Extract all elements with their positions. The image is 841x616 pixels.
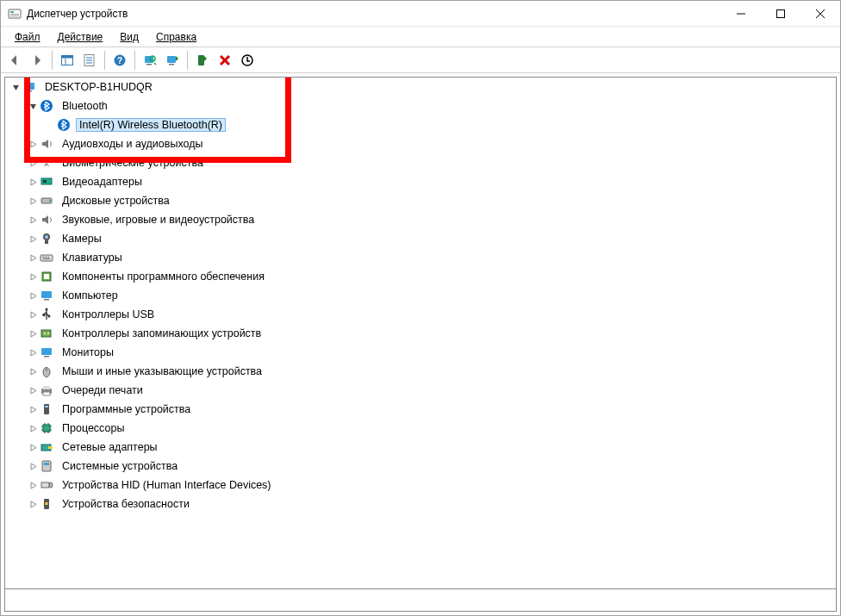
chevron-right-icon[interactable] xyxy=(26,156,40,170)
chevron-right-icon[interactable] xyxy=(26,345,40,359)
mouse-icon xyxy=(40,364,53,378)
tree-item-hid[interactable]: Устройства HID (Human Interface Devices) xyxy=(9,476,836,495)
tree-item-print-queue[interactable]: Очереди печати xyxy=(9,381,836,400)
tree-item-label: Программные устройства xyxy=(59,402,194,416)
tree-item-label: Звуковые, игровые и видеоустройства xyxy=(59,213,258,227)
close-button[interactable] xyxy=(801,1,840,26)
tree-item-software[interactable]: Компоненты программного обеспечения xyxy=(9,267,836,286)
show-hide-console-button[interactable] xyxy=(57,50,78,71)
tree-item-camera[interactable]: Камеры xyxy=(9,229,836,248)
chevron-right-icon[interactable] xyxy=(26,308,40,321)
chevron-right-icon[interactable] xyxy=(26,383,40,397)
svg-rect-46 xyxy=(43,314,46,316)
svg-rect-60 xyxy=(43,425,50,432)
chevron-right-icon[interactable] xyxy=(26,421,40,435)
cpu-icon xyxy=(40,421,53,435)
svg-rect-58 xyxy=(44,404,49,414)
svg-point-50 xyxy=(47,333,49,334)
properties-button[interactable] xyxy=(79,50,100,71)
scan-hardware-button[interactable] xyxy=(140,50,160,71)
tree-item-label: Клавиатуры xyxy=(59,251,126,264)
chevron-right-icon[interactable] xyxy=(26,459,40,473)
tree-item-system[interactable]: Системные устройства xyxy=(9,457,836,476)
tree-item-cpu[interactable]: Процессоры xyxy=(9,419,836,438)
network-adapter-icon xyxy=(40,440,53,454)
svg-rect-43 xyxy=(41,291,52,298)
security-device-icon xyxy=(40,497,53,511)
menu-help[interactable]: Справка xyxy=(147,28,205,46)
tree-item-label: Мониторы xyxy=(59,345,117,359)
window-title: Диспетчер устройств xyxy=(27,8,721,20)
chevron-right-icon[interactable] xyxy=(26,364,40,378)
tree-item-bluetooth-device[interactable]: Intel(R) Wireless Bluetooth(R) xyxy=(9,115,836,134)
tree-item-firmware[interactable]: Программные устройства xyxy=(9,400,836,419)
svg-rect-19 xyxy=(167,56,176,63)
tree-item-label: Bluetooth xyxy=(59,99,111,113)
nav-forward-button[interactable] xyxy=(27,50,47,71)
enable-device-button[interactable] xyxy=(192,50,213,71)
tree-item-biometric[interactable]: Биометрические устройства xyxy=(9,153,836,172)
chevron-right-icon[interactable] xyxy=(26,497,40,511)
svg-rect-9 xyxy=(62,55,73,58)
tree-item-sound[interactable]: Звуковые, игровые и видеоустройства xyxy=(9,210,836,229)
svg-rect-76 xyxy=(46,502,48,505)
chevron-right-icon[interactable] xyxy=(26,289,40,302)
tree-item-storage-controllers[interactable]: Контроллеры запоминающих устройств xyxy=(9,324,836,343)
tree-item-network[interactable]: Сетевые адаптеры xyxy=(9,438,836,457)
svg-point-34 xyxy=(45,235,48,239)
tree-root[interactable]: DESKTOP-B1HUDQR xyxy=(9,78,836,96)
display-adapter-icon xyxy=(40,175,53,189)
tree-item-label: Системные устройства xyxy=(59,459,181,473)
uninstall-device-button[interactable] xyxy=(215,50,235,71)
tree-item-mouse[interactable]: Мыши и иные указывающие устройства xyxy=(9,362,836,381)
chevron-right-icon[interactable] xyxy=(26,251,40,264)
nav-back-button[interactable] xyxy=(4,50,25,71)
update-driver-button[interactable] xyxy=(162,50,183,71)
chevron-down-icon[interactable] xyxy=(9,80,22,94)
menu-file[interactable]: Файл xyxy=(6,28,49,46)
tree-item-disk[interactable]: Дисковые устройства xyxy=(9,191,836,210)
svg-rect-39 xyxy=(47,257,49,258)
svg-rect-52 xyxy=(44,356,49,358)
tree-item-audio[interactable]: Аудиовходы и аудиовыходы xyxy=(9,134,836,153)
svg-rect-40 xyxy=(43,258,50,259)
chevron-right-icon[interactable] xyxy=(26,175,40,189)
tree-item-computer[interactable]: Компьютер xyxy=(9,286,836,305)
tree-item-monitor[interactable]: Мониторы xyxy=(9,343,836,362)
usb-icon xyxy=(40,308,53,321)
printer-icon xyxy=(40,383,53,397)
chevron-right-icon[interactable] xyxy=(26,213,40,227)
help-button[interactable]: ? xyxy=(109,50,130,71)
tree-item-keyboard[interactable]: Клавиатуры xyxy=(9,248,836,267)
svg-rect-2 xyxy=(10,14,19,15)
tree-item-label: Процессоры xyxy=(59,421,128,435)
chevron-right-icon[interactable] xyxy=(26,478,40,492)
svg-rect-1 xyxy=(10,11,14,13)
svg-rect-35 xyxy=(45,240,48,244)
chevron-right-icon[interactable] xyxy=(26,440,40,454)
device-tree-pane[interactable]: DESKTOP-B1HUDQR Bluetooth Intel(R) Wirel… xyxy=(4,77,837,589)
svg-point-47 xyxy=(48,315,51,318)
svg-rect-18 xyxy=(146,64,152,65)
maximize-button[interactable] xyxy=(761,1,801,26)
svg-rect-71 xyxy=(42,461,51,471)
tree-item-security[interactable]: Устройства безопасности xyxy=(9,495,836,513)
chevron-right-icon[interactable] xyxy=(26,194,40,208)
tree-item-display[interactable]: Видеоадаптеры xyxy=(9,172,836,191)
disable-device-button[interactable] xyxy=(237,50,258,71)
menu-view[interactable]: Вид xyxy=(111,28,147,46)
storage-controller-icon xyxy=(40,327,53,340)
chevron-right-icon[interactable] xyxy=(26,270,40,283)
chevron-right-icon[interactable] xyxy=(26,327,40,340)
svg-rect-72 xyxy=(44,463,49,465)
chevron-down-icon[interactable] xyxy=(26,99,40,113)
chevron-right-icon[interactable] xyxy=(26,137,40,151)
chevron-right-icon[interactable] xyxy=(26,402,40,416)
svg-point-45 xyxy=(46,308,48,311)
tree-item-usb[interactable]: Контроллеры USB xyxy=(9,305,836,324)
tree-item-bluetooth[interactable]: Bluetooth xyxy=(9,96,836,115)
status-bar xyxy=(4,589,837,612)
minimize-button[interactable] xyxy=(721,1,761,26)
chevron-right-icon[interactable] xyxy=(26,232,40,246)
menu-action[interactable]: Действие xyxy=(49,28,112,46)
